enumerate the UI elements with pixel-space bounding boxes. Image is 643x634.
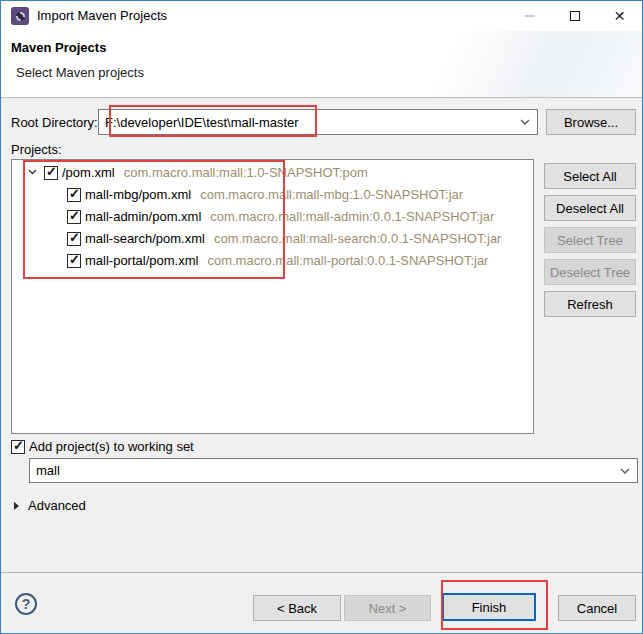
tree-item-label: mall-mbg/pom.xml xyxy=(85,187,191,202)
close-icon: ✕ xyxy=(614,9,626,23)
back-button[interactable]: < Back xyxy=(253,595,341,621)
footer-divider xyxy=(1,572,642,573)
tree-item-coords: com.macro.mall:mall-mbg:1.0-SNAPSHOT:jar xyxy=(200,187,463,202)
minimize-icon xyxy=(525,15,535,17)
maven-app-icon xyxy=(11,7,29,25)
title-bar: Import Maven Projects ✕ xyxy=(1,1,642,31)
tree-item-label: mall-search/pom.xml xyxy=(85,231,205,246)
next-button: Next > xyxy=(344,595,431,621)
tree-row-mall-portal[interactable]: mall-portal/pom.xmlcom.macro.mall:mall-p… xyxy=(12,250,533,272)
refresh-button[interactable]: Refresh xyxy=(544,291,636,317)
page-title: Maven Projects xyxy=(11,40,106,55)
window-title: Import Maven Projects xyxy=(37,1,167,31)
minimize-button xyxy=(507,1,552,31)
tree-item-coords: com.macro.mall:mall:1.0-SNAPSHOT:pom xyxy=(124,165,368,180)
maximize-icon xyxy=(570,11,580,21)
checkbox[interactable] xyxy=(44,166,58,180)
advanced-expander-icon[interactable] xyxy=(14,502,19,510)
gear-icon xyxy=(16,12,25,21)
tree-row-pom[interactable]: /pom.xmlcom.macro.mall:mall:1.0-SNAPSHOT… xyxy=(12,162,533,184)
projects-tree[interactable]: /pom.xmlcom.macro.mall:mall:1.0-SNAPSHOT… xyxy=(11,159,534,434)
select-all-button[interactable]: Select All xyxy=(544,163,636,189)
page-subtitle: Select Maven projects xyxy=(16,65,144,80)
maximize-button[interactable] xyxy=(552,1,597,31)
tree-expander-icon[interactable] xyxy=(28,169,37,175)
tree-item-label: /pom.xml xyxy=(62,165,115,180)
tree-item-coords: com.macro.mall:mall-portal:0.0.1-SNAPSHO… xyxy=(207,253,488,268)
working-set-combo[interactable] xyxy=(29,458,638,483)
root-directory-combo[interactable] xyxy=(98,109,538,135)
working-set-label[interactable]: Add project(s) to working set xyxy=(29,439,194,454)
checkbox[interactable] xyxy=(67,232,81,246)
advanced-label[interactable]: Advanced xyxy=(28,498,86,513)
working-set-input[interactable] xyxy=(30,459,637,482)
root-directory-label: Root Directory: xyxy=(11,115,98,130)
help-icon: ? xyxy=(22,596,31,612)
window-controls: ✕ xyxy=(507,1,642,31)
wizard-banner: Maven Projects Select Maven projects xyxy=(1,31,642,98)
checkbox[interactable] xyxy=(67,210,81,224)
tree-row-mall-mbg[interactable]: mall-mbg/pom.xmlcom.macro.mall:mall-mbg:… xyxy=(12,184,533,206)
tree-row-mall-admin[interactable]: mall-admin/pom.xmlcom.macro.mall:mall-ad… xyxy=(12,206,533,228)
working-set-checkbox[interactable] xyxy=(11,440,25,454)
checkbox[interactable] xyxy=(67,188,81,202)
tree-item-coords: com.macro.mall:mall-search:0.0.1-SNAPSHO… xyxy=(214,231,502,246)
select-tree-button: Select Tree xyxy=(544,227,636,253)
close-button[interactable]: ✕ xyxy=(597,1,642,31)
chevron-down-icon[interactable] xyxy=(620,468,630,474)
tree-item-label: mall-admin/pom.xml xyxy=(85,209,201,224)
browse-button[interactable]: Browse... xyxy=(546,109,636,135)
deselect-tree-button: Deselect Tree xyxy=(544,259,636,285)
checkbox[interactable] xyxy=(67,254,81,268)
projects-label: Projects: xyxy=(11,142,62,157)
tree-item-label: mall-portal/pom.xml xyxy=(85,253,198,268)
cancel-button[interactable]: Cancel xyxy=(558,595,636,621)
help-button[interactable]: ? xyxy=(15,593,37,615)
finish-button[interactable]: Finish xyxy=(442,593,536,621)
tree-row-mall-search[interactable]: mall-search/pom.xmlcom.macro.mall:mall-s… xyxy=(12,228,533,250)
root-directory-input[interactable] xyxy=(99,110,537,134)
chevron-down-icon[interactable] xyxy=(520,119,530,125)
tree-item-coords: com.macro.mall:mall-admin:0.0.1-SNAPSHOT… xyxy=(210,209,494,224)
deselect-all-button[interactable]: Deselect All xyxy=(544,195,636,221)
import-maven-projects-dialog: Import Maven Projects ✕ Maven Projects S… xyxy=(0,0,643,634)
